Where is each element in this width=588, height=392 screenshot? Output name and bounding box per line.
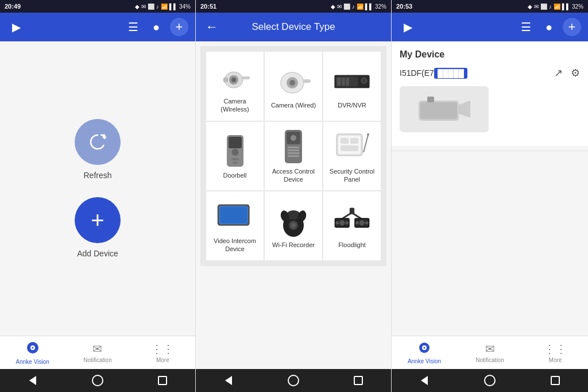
refresh-label: Refresh [83, 171, 111, 180]
device-id-label: I51DF(E7 [400, 68, 434, 78]
svg-point-26 [291, 135, 296, 141]
svg-marker-63 [459, 101, 470, 118]
panel-my-device: 20:53 ◆ ✉ ⬜ ♪ 📶 ▌▌ 32% ▶ ☰ ● + My Device… [392, 0, 588, 392]
device-item-doorbell[interactable]: Doorbell [206, 122, 264, 191]
svg-rect-7 [242, 76, 250, 79]
menu-icon-1[interactable]: ☰ [124, 18, 142, 36]
svg-point-59 [355, 221, 359, 225]
nav-bar-3: ▶ ☰ ● + [392, 13, 588, 41]
svg-rect-27 [288, 147, 299, 148]
device-item-cam-wired[interactable]: Camera (Wired) [265, 52, 322, 121]
menu-icon-3[interactable]: ☰ [517, 18, 535, 36]
dvr-icon [332, 65, 372, 97]
recent-btn-2[interactable] [350, 372, 367, 389]
refresh-icon [87, 132, 108, 152]
my-device-card: My Device I51DF(E7█████ ↗ ⚙ [392, 41, 588, 146]
nav-icons-right-3: ☰ ● + [517, 18, 581, 36]
recent-btn-3[interactable] [547, 372, 564, 389]
audio-icon-2: ♪ [352, 3, 355, 10]
search-icon-1[interactable]: ● [147, 18, 165, 36]
status-bar-2: 20:51 ◆ ✉ ⬜ ♪ 📶 ▌▌ 32% [196, 0, 391, 13]
settings-icon[interactable]: ⚙ [571, 67, 580, 79]
svg-rect-35 [341, 145, 358, 151]
cast-icon: ⬜ [148, 3, 154, 10]
svg-rect-33 [341, 138, 349, 144]
wifi-icon-2: 📶 [357, 3, 363, 10]
device-item-video-intercom[interactable]: Video Intercom Device [206, 191, 264, 260]
svg-rect-16 [337, 78, 341, 86]
svg-point-58 [359, 220, 365, 225]
device-item-wifi-recorder[interactable]: Wi-Fi Recorder [265, 191, 322, 260]
status-bar-3: 20:53 ◆ ✉ ⬜ ♪ 📶 ▌▌ 32% [392, 0, 588, 13]
device-item-security-panel[interactable]: Security Control Panel [323, 122, 381, 191]
bottom-nav-annke-vision-3[interactable]: Annke Vision [407, 341, 442, 364]
bottom-nav-3: Annke Vision ✉ Notification ⋮⋮ More [392, 336, 588, 369]
bottom-nav-notification-3[interactable]: ✉ Notification [473, 342, 507, 363]
svg-rect-30 [288, 155, 299, 157]
add-icon-1[interactable]: + [170, 18, 188, 36]
device-grid-container: Camera (Wireless) Camera (Wired) [196, 41, 391, 369]
svg-point-15 [362, 79, 365, 82]
add-device-button[interactable]: + Add Device [75, 197, 121, 258]
cam-wired-label: Camera (Wired) [271, 101, 316, 109]
home-btn-3[interactable] [481, 372, 498, 389]
back-icon-2[interactable]: ← [203, 18, 221, 36]
panel-select-device: 20:51 ◆ ✉ ⬜ ♪ 📶 ▌▌ 32% ← Select Device T… [195, 0, 392, 392]
annke-vision-label-3: Annke Vision [408, 358, 441, 364]
refresh-button[interactable]: Refresh [75, 119, 121, 180]
time-1: 20:49 [5, 3, 21, 10]
system-nav-3 [392, 369, 588, 392]
home-btn-2[interactable] [285, 372, 302, 389]
audio-icon: ♪ [156, 3, 159, 10]
battery-text-3: 32% [572, 3, 583, 10]
notification-icon-3: ✉ [534, 3, 539, 10]
add-device-circle: + [75, 197, 121, 243]
search-icon-3[interactable]: ● [540, 18, 558, 36]
play-icon-3[interactable]: ▶ [399, 18, 417, 36]
svg-rect-29 [288, 152, 299, 154]
play-icon[interactable]: ▶ [7, 18, 25, 36]
notification-nav-label-1: Notification [83, 357, 111, 363]
share-icon[interactable]: ↗ [554, 67, 563, 79]
bottom-nav-annke-vision-1[interactable]: Annke Vision [16, 341, 50, 365]
back-btn-1[interactable] [24, 372, 41, 389]
cam-wireless-label: Camera (Wireless) [211, 97, 259, 114]
battery-text-2: 32% [375, 3, 386, 10]
bottom-nav-more-3[interactable]: ⋮⋮ More [538, 342, 572, 363]
annke-vision-label-1: Annke Vision [16, 359, 49, 365]
svg-point-37 [367, 133, 369, 136]
signal-icon: ▌▌ [169, 3, 177, 10]
back-btn-3[interactable] [416, 372, 433, 389]
doorbell-label: Doorbell [223, 171, 247, 179]
security-panel-label: Security Control Panel [328, 167, 376, 184]
bottom-nav-notification-1[interactable]: ✉ Notification [80, 342, 115, 363]
device-item-access-control[interactable]: Access Control Device [265, 122, 322, 191]
svg-rect-22 [231, 158, 239, 160]
device-item-floodlight[interactable]: Floodlight [323, 191, 381, 260]
recent-btn-1[interactable] [154, 372, 171, 389]
more-nav-icon-1: ⋮⋮ [151, 342, 174, 356]
device-item-dvr[interactable]: DVR/NVR [323, 52, 381, 121]
status-bar-1: 20:49 ◆ ✉ ⬜ ♪ 📶 ▌▌ 34% [0, 0, 195, 13]
svg-point-47 [292, 224, 295, 226]
camera-thumbnail-icon [416, 92, 473, 126]
device-item-cam-wireless[interactable]: Camera (Wireless) [206, 52, 264, 121]
status-icons-2: ◆ ✉ ⬜ ♪ 📶 ▌▌ 32% [331, 3, 386, 10]
device-grid: Camera (Wireless) Camera (Wired) [200, 46, 386, 266]
signal-icon-3: ▌▌ [562, 3, 570, 10]
svg-line-36 [363, 135, 368, 152]
time-3: 20:53 [396, 3, 412, 10]
back-btn-2[interactable] [220, 372, 237, 389]
cast-icon-3: ⬜ [540, 3, 547, 10]
notification-nav-icon-1: ✉ [92, 342, 102, 356]
notification-nav-icon-3: ✉ [485, 342, 495, 356]
add-icon-3[interactable]: + [563, 18, 581, 36]
refresh-circle [75, 119, 121, 165]
home-btn-1[interactable] [89, 372, 106, 389]
svg-point-5 [231, 78, 236, 82]
bottom-nav-more-1[interactable]: ⋮⋮ More [145, 342, 180, 363]
battery-text: 34% [179, 3, 191, 10]
notification-icon-2: ✉ [337, 3, 342, 10]
time-2: 20:51 [200, 3, 216, 10]
bluetooth-icon-2: ◆ [331, 3, 335, 10]
